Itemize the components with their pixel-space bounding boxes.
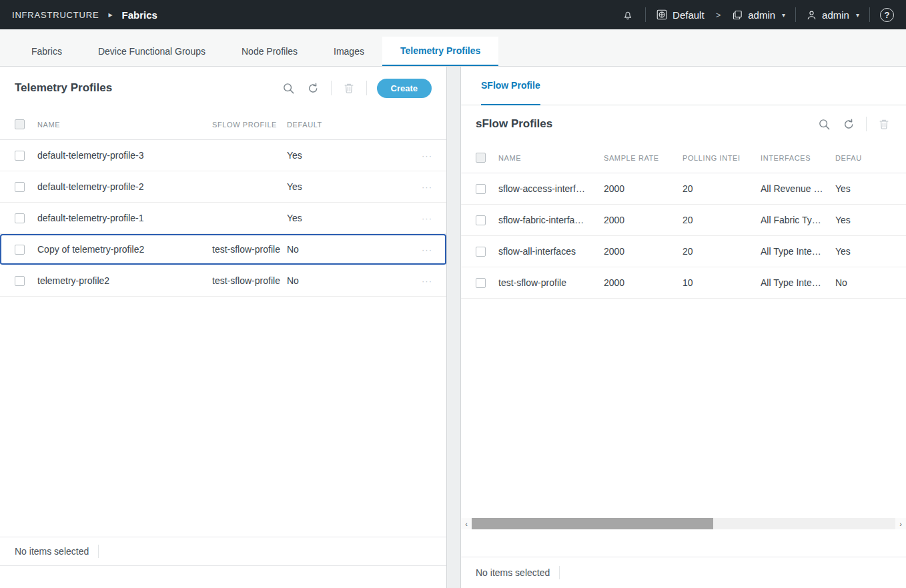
- user-person-icon: [806, 9, 817, 21]
- action-divider: [866, 117, 867, 131]
- help-icon[interactable]: ?: [880, 8, 894, 22]
- panel-actions: Create: [282, 79, 432, 98]
- row-menu-button[interactable]: ···: [414, 213, 446, 223]
- row-checkbox[interactable]: [476, 278, 486, 288]
- row-menu-button[interactable]: ···: [414, 151, 446, 161]
- selection-status-text: No items selected: [15, 546, 89, 557]
- delete-trash-icon[interactable]: [877, 117, 891, 131]
- cell-name: sflow-all-interfaces: [498, 246, 604, 257]
- create-button[interactable]: Create: [377, 79, 432, 98]
- cell-default: Yes: [835, 215, 906, 225]
- cluster-name: Default: [672, 9, 705, 21]
- cell-sflow-profile: test-sflow-profile: [212, 275, 287, 286]
- row-menu-button[interactable]: ···: [414, 182, 446, 192]
- scroll-right-arrow[interactable]: ›: [895, 518, 906, 529]
- row-checkbox[interactable]: [15, 245, 25, 255]
- refresh-icon[interactable]: [306, 81, 321, 95]
- cell-interfaces: All Type Inte…: [761, 246, 835, 257]
- column-header-default[interactable]: DEFAU: [835, 154, 906, 162]
- cell-default: Yes: [287, 181, 414, 192]
- table-row[interactable]: default-telemetry-profile-1 Yes ···: [0, 203, 446, 234]
- horizontal-scrollbar: ‹ ›: [461, 518, 906, 529]
- tab-images[interactable]: Images: [316, 37, 382, 66]
- column-header-interfaces[interactable]: INTERFACES: [761, 154, 835, 162]
- row-checkbox[interactable]: [476, 215, 486, 225]
- crumb-separator: >: [716, 10, 721, 20]
- breadcrumb-section[interactable]: INFRASTRUCTURE: [12, 10, 99, 20]
- cell-name: sflow-fabric-interfa…: [498, 215, 604, 225]
- table-row[interactable]: default-telemetry-profile-3 Yes ···: [0, 140, 446, 171]
- federation-selector[interactable]: admin ▾: [732, 9, 785, 21]
- notifications-bell-icon[interactable]: [620, 7, 635, 22]
- action-divider: [331, 81, 332, 95]
- user-menu[interactable]: admin ▾: [806, 9, 859, 21]
- footer-divider: [559, 566, 560, 579]
- table-row-selected[interactable]: Copy of telemetry-profile2 test-sflow-pr…: [0, 234, 446, 265]
- column-header-name[interactable]: NAME: [37, 121, 212, 129]
- panel-title: sFlow Profiles: [476, 117, 552, 131]
- topbar-divider: [869, 7, 870, 22]
- table-row[interactable]: telemetry-profile2 test-sflow-profile No…: [0, 265, 446, 297]
- cell-name: Copy of telemetry-profile2: [37, 244, 212, 255]
- chevron-down-icon: ▾: [782, 11, 785, 19]
- cell-default: No: [835, 277, 906, 288]
- row-checkbox[interactable]: [476, 247, 486, 257]
- column-header-default[interactable]: DEFAULT: [287, 121, 414, 129]
- cluster-selector[interactable]: Default: [656, 9, 705, 21]
- selection-status-bar: No items selected: [461, 557, 906, 588]
- tab-fabrics[interactable]: Fabrics: [13, 37, 80, 66]
- cell-interfaces: All Revenue …: [761, 183, 835, 194]
- row-menu-button[interactable]: ···: [414, 276, 446, 286]
- table-row[interactable]: sflow-all-interfaces 2000 20 All Type In…: [461, 236, 906, 267]
- cell-polling-interval: 20: [683, 183, 761, 194]
- row-checkbox[interactable]: [15, 151, 25, 161]
- table-row[interactable]: sflow-fabric-interfa… 2000 20 All Fabric…: [461, 205, 906, 236]
- top-navigation-bar: INFRASTRUCTURE ▶ Fabrics Default >: [0, 0, 906, 29]
- detail-tabs: SFlow Profile: [461, 67, 906, 105]
- panel-title: Telemetry Profiles: [15, 81, 112, 95]
- search-icon[interactable]: [817, 117, 831, 131]
- panel-actions: [817, 117, 891, 131]
- selection-status-bar: No items selected: [0, 537, 446, 566]
- tab-telemetry-profiles[interactable]: Telemetry Profiles: [382, 37, 498, 66]
- cell-name: default-telemetry-profile-3: [37, 150, 212, 161]
- scrollbar-thumb[interactable]: [472, 518, 713, 529]
- select-all-checkbox[interactable]: [15, 119, 25, 129]
- cell-sample-rate: 2000: [604, 183, 683, 194]
- tab-node-profiles[interactable]: Node Profiles: [223, 37, 316, 66]
- row-checkbox[interactable]: [15, 182, 25, 192]
- row-menu-button[interactable]: ···: [414, 245, 446, 255]
- column-header-sample-rate[interactable]: SAMPLE RATE: [604, 154, 683, 162]
- table-row[interactable]: sflow-access-interf… 2000 20 All Revenue…: [461, 173, 906, 205]
- table-empty-space: [0, 297, 446, 537]
- breadcrumb-arrow-icon: ▶: [108, 12, 112, 18]
- main-content: Telemetry Profiles: [0, 67, 906, 588]
- table-row[interactable]: default-telemetry-profile-2 Yes ···: [0, 171, 446, 203]
- panel-gap: [461, 529, 906, 557]
- row-checkbox[interactable]: [476, 184, 486, 194]
- table-row[interactable]: test-sflow-profile 2000 10 All Type Inte…: [461, 267, 906, 299]
- topbar-divider: [795, 7, 796, 22]
- column-header-name[interactable]: NAME: [498, 154, 604, 162]
- tab-sflow-profile[interactable]: SFlow Profile: [481, 67, 540, 105]
- select-all-checkbox[interactable]: [476, 153, 486, 163]
- cell-interfaces: All Fabric Ty…: [761, 215, 835, 225]
- scroll-left-arrow[interactable]: ‹: [461, 518, 472, 529]
- cell-sample-rate: 2000: [604, 246, 683, 257]
- delete-trash-icon[interactable]: [342, 81, 356, 95]
- cluster-globe-icon: [656, 9, 668, 21]
- federation-name: admin: [748, 9, 775, 21]
- topbar-divider: [645, 7, 646, 22]
- cell-interfaces: All Type Inte…: [761, 277, 835, 288]
- tab-device-functional-groups[interactable]: Device Functional Groups: [80, 37, 223, 66]
- action-divider: [366, 81, 367, 95]
- telemetry-profiles-panel: Telemetry Profiles: [0, 67, 447, 588]
- scrollbar-track[interactable]: [472, 518, 895, 529]
- row-checkbox[interactable]: [15, 276, 25, 286]
- column-header-polling-interval[interactable]: POLLING INTEI: [683, 154, 761, 162]
- sflow-table-header: NAME SAMPLE RATE POLLING INTEI INTERFACE…: [461, 143, 906, 173]
- row-checkbox[interactable]: [15, 213, 25, 223]
- column-header-sflow-profile[interactable]: SFLOW PROFILE: [212, 121, 287, 129]
- search-icon[interactable]: [282, 81, 296, 95]
- refresh-icon[interactable]: [841, 117, 856, 131]
